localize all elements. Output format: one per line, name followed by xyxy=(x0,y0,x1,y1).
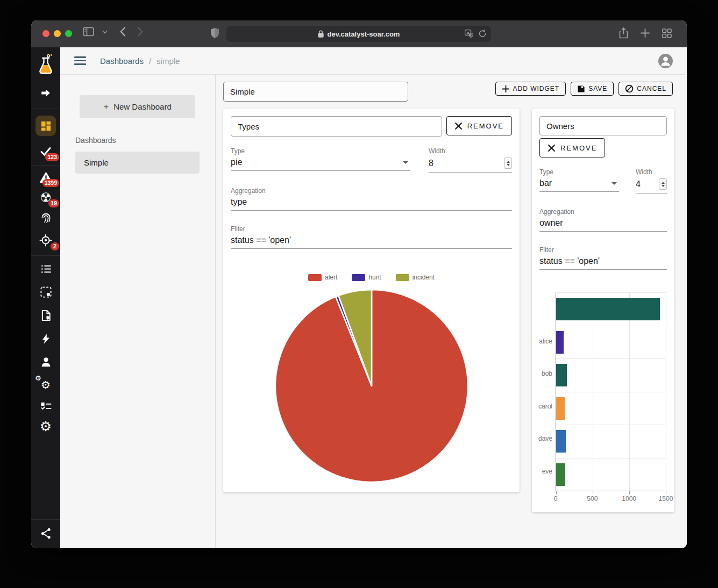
bar-chart: alicebobcaroldaveeve xyxy=(539,292,667,491)
sidebar-item-task-types[interactable] xyxy=(31,400,60,413)
sidebar-item-users[interactable] xyxy=(31,356,60,368)
filter-label: Filter xyxy=(539,246,667,254)
account-person-icon xyxy=(658,54,673,68)
x-icon xyxy=(548,144,556,152)
number-stepper[interactable] xyxy=(504,157,512,169)
sidebar-item-jobs[interactable]: ⚙ ⚙ xyxy=(31,378,60,392)
add-widget-button[interactable]: ADD WIDGET xyxy=(495,82,566,96)
dashboards-panel: + New Dashboard Dashboards Simple xyxy=(60,75,216,548)
pie-legend: alerthuntincident xyxy=(231,274,512,281)
widget-name-input[interactable] xyxy=(539,116,667,135)
sidebar-toggle-icon[interactable] xyxy=(83,27,94,37)
hamburger-menu-icon[interactable] xyxy=(74,56,86,65)
dashboard-list-item-simple[interactable]: Simple xyxy=(75,152,200,174)
privacy-shield-icon[interactable] xyxy=(210,27,219,39)
app-sidebar: 123 1399 ☢ 19 2 xyxy=(31,47,60,548)
widget-card-types: REMOVE Type pie Width xyxy=(223,109,520,492)
legend-item-hunt[interactable]: hunt xyxy=(352,274,381,281)
file-gear-icon xyxy=(40,309,52,322)
reload-icon[interactable] xyxy=(479,30,486,38)
widget-width-input[interactable]: Width 4 xyxy=(636,168,667,193)
breadcrumb-dashboards[interactable]: Dashboards xyxy=(100,56,144,66)
axis-tick xyxy=(593,491,593,494)
dashboard-editor: ADD WIDGET SAVE CANCEL xyxy=(216,75,687,548)
filter-value: status == 'open' xyxy=(539,256,600,266)
widget-aggregation-input[interactable]: Aggregation owner xyxy=(539,208,667,232)
list-icon xyxy=(40,263,52,275)
sidebar-item-share[interactable] xyxy=(31,527,60,540)
sidebar-item-capture[interactable] xyxy=(31,286,60,298)
sidebar-item-lists[interactable] xyxy=(31,263,60,275)
sidebar-item-settings[interactable]: ⚙ xyxy=(31,420,60,432)
bar-row xyxy=(556,293,666,326)
forward-button[interactable] xyxy=(137,27,143,37)
remove-widget-button[interactable]: REMOVE xyxy=(446,116,512,135)
legend-label: incident xyxy=(413,274,435,281)
gridline xyxy=(666,293,666,491)
translate-icon[interactable]: A文 xyxy=(465,30,474,38)
axis-tick xyxy=(666,491,666,494)
legend-item-alert[interactable]: alert xyxy=(308,274,337,281)
dashboard-item-label: Simple xyxy=(84,158,109,167)
sidebar-item-tasks[interactable]: 123 xyxy=(31,145,60,157)
sidebar-item-collapse[interactable] xyxy=(31,87,60,99)
new-dashboard-button[interactable]: + New Dashboard xyxy=(80,95,195,118)
panel-section-label: Dashboards xyxy=(75,136,215,145)
widget-filter-input[interactable]: Filter status == 'open' xyxy=(539,246,667,270)
new-tab-icon[interactable] xyxy=(641,28,650,38)
address-bar[interactable]: dev.catalyst-soar.com A文 xyxy=(226,26,491,42)
widget-filter-input[interactable]: Filter status == 'open' xyxy=(231,225,512,249)
close-window-button[interactable] xyxy=(42,30,49,37)
catalyst-flask-logo-icon xyxy=(37,54,54,75)
bar-empty-owner xyxy=(556,298,660,320)
account-avatar[interactable] xyxy=(658,54,673,68)
sidebar-menu-chevron-icon[interactable] xyxy=(102,30,108,34)
plus-icon: + xyxy=(103,102,109,112)
filter-value: status == 'open' xyxy=(231,235,291,245)
sidebar-item-report-templates[interactable] xyxy=(31,309,60,322)
share-page-icon[interactable] xyxy=(619,27,628,39)
sidebar-item-automations[interactable] xyxy=(31,333,60,345)
zoom-window-button[interactable] xyxy=(65,30,72,37)
url-text: dev.catalyst-soar.com xyxy=(328,30,400,38)
legend-swatch xyxy=(396,274,409,281)
sidebar-item-hunts[interactable]: 2 xyxy=(31,234,60,247)
aggregation-label: Aggregation xyxy=(231,187,512,195)
svg-text:文: 文 xyxy=(470,33,474,38)
widget-type-select[interactable]: Type pie xyxy=(231,147,410,173)
sidebar-item-home[interactable] xyxy=(31,54,60,75)
bar-row xyxy=(556,458,666,492)
widget-name-input[interactable] xyxy=(231,116,442,137)
width-label: Width xyxy=(636,168,667,176)
widget-width-input[interactable]: Width 8 xyxy=(429,147,512,173)
sidebar-item-dashboards[interactable] xyxy=(31,116,60,136)
widget-card-owners: REMOVE Type bar Width 4 xyxy=(532,109,674,512)
widget-aggregation-input[interactable]: Aggregation type xyxy=(231,187,512,211)
save-button[interactable]: SAVE xyxy=(571,82,614,96)
browser-window: dev.catalyst-soar.com A文 xyxy=(31,20,687,548)
x-icon xyxy=(454,122,463,130)
bar-category-label: carol xyxy=(539,390,556,423)
gear-icon: ⚙ xyxy=(40,420,52,432)
legend-item-incident[interactable]: incident xyxy=(396,274,435,281)
sidebar-item-incidents[interactable]: ☢ 19 xyxy=(31,192,60,204)
minimize-window-button[interactable] xyxy=(54,30,61,37)
back-button[interactable] xyxy=(120,27,126,37)
bar-xaxis: 050010001500 xyxy=(556,495,666,505)
x-tick-label: 1000 xyxy=(622,495,636,503)
sidebar-item-forensics[interactable] xyxy=(31,211,60,224)
widget-type-select[interactable]: Type bar xyxy=(539,168,619,193)
gears-icon: ⚙ ⚙ xyxy=(41,379,51,391)
dashboard-name-input[interactable] xyxy=(223,82,408,102)
new-dashboard-label: New Dashboard xyxy=(113,102,172,111)
share-icon xyxy=(40,527,52,540)
cancel-button[interactable]: CANCEL xyxy=(619,82,673,96)
sidebar-item-alerts[interactable]: 1399 xyxy=(31,171,60,183)
plus-icon xyxy=(502,85,510,93)
bar-row xyxy=(556,425,666,458)
tab-overview-icon[interactable] xyxy=(662,28,672,38)
bar-category-label: bob xyxy=(539,357,556,390)
number-stepper[interactable] xyxy=(659,178,667,190)
remove-widget-button[interactable]: REMOVE xyxy=(539,138,605,157)
arrow-right-icon xyxy=(40,87,52,99)
